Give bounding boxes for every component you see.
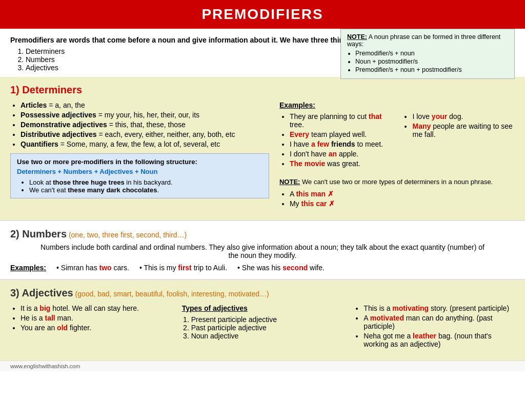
adj-bullet2: He is a tall man.	[21, 314, 172, 322]
section1-left: Articles = a, an, the Possessive adjecti…	[10, 101, 269, 213]
section3-subtitle: (good, bad, smart, beautiful, foolish, i…	[75, 290, 269, 298]
example-item: I love your dog.	[412, 112, 515, 121]
section2-examples-row: Examples: • Simran has two cars. • This …	[10, 264, 515, 272]
type-item: Present participle adjective	[191, 315, 344, 324]
example-item: I have a few friends to meet.	[290, 140, 392, 148]
bullet-quantifiers: Quantifiers = Some, many, a few, the few…	[21, 140, 269, 148]
section2-title-wrapper: 2) Numbers (one, two, three first, secon…	[10, 228, 515, 240]
section1-note: NOTE: We can't use two or more types of …	[279, 178, 515, 186]
note-list-item: Noun + postmodifier/s	[355, 58, 508, 65]
examples-list2: I love your dog. Many people are waiting…	[402, 112, 515, 138]
example-item: Every team played well.	[290, 130, 392, 138]
note-text: A noun phrase can be formed in three dif…	[347, 33, 500, 48]
example-item: They are planning to cut that tree.	[290, 112, 392, 129]
bullet-possessive: Possessive adjectives = my your, his, he…	[21, 111, 269, 119]
section1-right: Examples: They are planning to cut that …	[279, 101, 515, 213]
section2-example3: • She was his second wife.	[237, 264, 325, 272]
bullet-demonstrative: Demonstrative adjectives = this, that, t…	[21, 121, 269, 129]
examples-col2: I love your dog. Many people are waiting…	[402, 112, 515, 173]
wrong-examples: A this man ✗ My this car ✗	[279, 190, 515, 208]
adj-bullet1: It is a big hotel. We all can stay here.	[21, 304, 172, 312]
section2-subtitle: (one, two, three first, second, third…)	[69, 231, 187, 239]
examples-title: Examples:	[279, 101, 515, 109]
section1-bullets: Articles = a, an, the Possessive adjecti…	[10, 101, 269, 148]
example-item: The movie was great.	[290, 159, 392, 168]
type-item: Past participle adjective	[191, 324, 344, 332]
section3-title-wrapper: 3) Adjectives (good, bad, smart, beautif…	[10, 287, 515, 299]
section3-left: It is a big hotel. We all can stay here.…	[10, 304, 172, 353]
footer: www.englishwithashish.com	[0, 361, 525, 371]
page-title: PREMODIFIERS	[201, 6, 323, 22]
types-title: Types of adjectives	[182, 304, 344, 312]
blue-box-title: Use two or more pre-modifiers in the fol…	[17, 158, 262, 166]
blue-box: Use two or more pre-modifiers in the fol…	[10, 153, 269, 198]
wrong-example-1: A this man ✗	[290, 190, 515, 198]
bullet-distributive: Distributive adjectives = each, every, e…	[21, 130, 269, 138]
page-header: PREMODIFIERS	[0, 0, 525, 29]
section3-bullets: It is a big hotel. We all can stay here.…	[10, 304, 172, 332]
type-item: Noun adjective	[191, 332, 344, 340]
adj-example2: A motivated man can do anything. (past p…	[364, 314, 515, 330]
adj-example1: This is a motivating story. (present par…	[364, 304, 515, 312]
note-label: NOTE:	[347, 33, 367, 41]
note-box: NOTE: A noun phrase can be formed in thr…	[340, 29, 515, 79]
blue-box-example: We can't eat these many dark chocolates.	[29, 186, 262, 194]
footer-text: www.englishwithashish.com	[10, 363, 80, 369]
blue-box-formula: Determiners + Numbers + Adjectives + Nou…	[17, 168, 262, 175]
intro-section: Premodifiers are words that come before …	[0, 29, 525, 77]
blue-box-examples: Look at those three huge trees in his ba…	[17, 178, 262, 194]
section3-examples: This is a motivating story. (present par…	[353, 304, 515, 348]
bullet-articles: Articles = a, an, the	[21, 101, 269, 109]
section3-content: It is a big hotel. We all can stay here.…	[10, 304, 515, 353]
note-list-item: Premodifier/s + noun + postmodifier/s	[355, 66, 508, 73]
section-adjectives: 3) Adjectives (good, bad, smart, beautif…	[0, 279, 525, 361]
section2-title: 2) Numbers	[10, 228, 67, 239]
section3-title: 3) Adjectives	[10, 287, 73, 298]
examples-col1: They are planning to cut that tree. Ever…	[279, 112, 392, 173]
example-item: Many people are waiting to see me fall.	[412, 122, 515, 138]
section2-examples-label: Examples:	[10, 264, 46, 272]
section2-body: Numbers include both cardinal and ordina…	[10, 243, 515, 259]
blue-box-example: Look at those three huge trees in his ba…	[29, 178, 262, 186]
section1-content: Articles = a, an, the Possessive adjecti…	[10, 101, 515, 213]
section1-title: 1) Determiners	[10, 84, 515, 96]
section2-example2: • This is my first trip to Auli.	[139, 264, 227, 272]
adj-bullet3: You are an old fighter.	[21, 324, 172, 332]
section-determiners: 1) Determiners Articles = a, an, the Pos…	[0, 77, 525, 220]
examples-grid: They are planning to cut that tree. Ever…	[279, 112, 515, 173]
note-list-item: Premodifier/s + noun	[355, 50, 508, 57]
example-item: I don't have an apple.	[290, 150, 392, 158]
wrong-example-2: My this car ✗	[290, 199, 515, 208]
adj-example3: Neha got me a leather bag. (noun that's …	[364, 332, 515, 348]
note-list: Premodifier/s + noun Noun + postmodifier…	[355, 50, 508, 73]
section2-example1: • Simran has two cars.	[56, 264, 129, 272]
types-list: Present participle adjective Past partic…	[182, 315, 344, 340]
section3-right: This is a motivating story. (present par…	[353, 304, 515, 353]
examples-list1: They are planning to cut that tree. Ever…	[279, 112, 392, 168]
section3-middle: Types of adjectives Present participle a…	[182, 304, 344, 353]
section-numbers: 2) Numbers (one, two, three first, secon…	[0, 220, 525, 279]
